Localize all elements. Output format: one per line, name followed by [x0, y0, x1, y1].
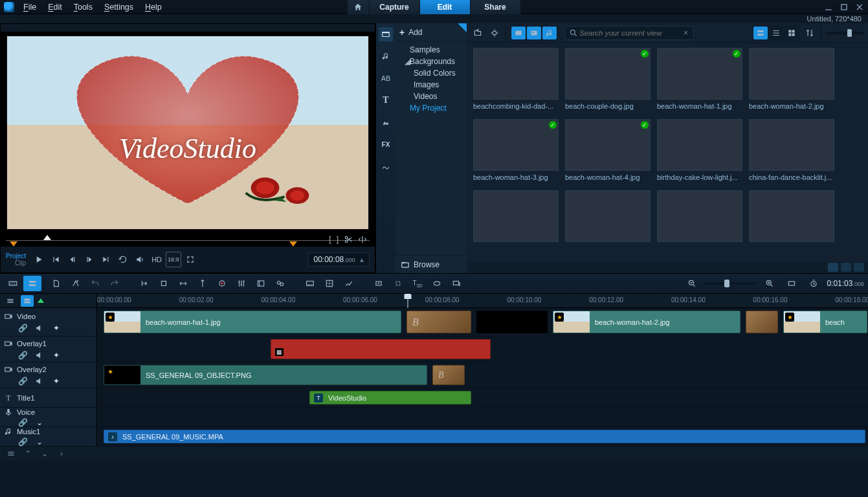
rail-transition-icon[interactable]: AB [379, 71, 393, 85]
tool-pan[interactable] [370, 276, 388, 291]
tree-collapse-icon[interactable] [458, 23, 467, 32]
capture-icon[interactable] [487, 27, 502, 39]
clip-gap[interactable] [476, 311, 548, 333]
tool-multi[interactable] [271, 276, 289, 291]
tool-fx[interactable] [67, 276, 85, 291]
tool-mixer[interactable] [232, 276, 250, 291]
mark-in-icon[interactable]: [ [329, 235, 331, 244]
panel-grip-top[interactable]: :::::: [0, 14, 868, 23]
tree-my-project[interactable]: My Project [395, 102, 467, 114]
mute-icon[interactable] [35, 351, 44, 360]
tool-motion[interactable] [340, 276, 358, 291]
library-item[interactable] [565, 190, 651, 251]
clip-video-1[interactable]: ★ beach-woman-hat-1.jpg [104, 311, 401, 333]
view-list-icon[interactable] [769, 27, 783, 39]
rail-fx-icon[interactable]: FX [379, 137, 393, 151]
library-item[interactable]: ✓beach-couple-dog.jpg [565, 48, 651, 116]
expand-icon[interactable]: ⌄ [35, 418, 44, 427]
search-clear-icon[interactable]: × [682, 28, 689, 38]
tool-crop[interactable] [155, 276, 173, 291]
scissors-icon[interactable] [344, 235, 353, 244]
library-search[interactable]: × [564, 26, 694, 40]
link-icon[interactable]: 🔗 [18, 377, 27, 386]
storyboard-view-icon[interactable] [4, 276, 22, 291]
ruler-opt-2[interactable] [21, 295, 34, 307]
effects-icon[interactable]: ✦ [52, 351, 61, 360]
aspect-button[interactable]: 16:9 [166, 252, 181, 267]
library-item[interactable]: beachcombing-kid-dad-... [473, 48, 559, 116]
scroll-right-icon[interactable]: › [56, 448, 67, 459]
go-start-button[interactable] [48, 252, 63, 267]
tool-1[interactable] [47, 276, 65, 291]
scroll-down-icon[interactable]: ⌄ [39, 448, 50, 459]
browse-button[interactable]: Browse [395, 255, 467, 273]
next-frame-button[interactable] [82, 252, 97, 267]
mute-icon[interactable] [35, 377, 44, 386]
menu-help[interactable]: Help [145, 3, 162, 12]
clip-transition-2[interactable] [746, 311, 778, 333]
zoom-out-icon[interactable] [683, 276, 701, 291]
add-folder-label[interactable]: Add [408, 28, 422, 37]
filter-audio-icon[interactable] [542, 27, 557, 39]
tool-3d-title[interactable]: T3D [408, 276, 427, 291]
clip-overlay1[interactable]: ▦ [271, 339, 491, 359]
clip-overlay2-trans[interactable]: B [432, 365, 465, 385]
timeline-view-icon[interactable] [23, 276, 41, 291]
timeline-ruler[interactable]: 00:00:00.0000:00:02.0000:00:04.0000:00:0… [97, 294, 868, 307]
mode-project[interactable]: Project [6, 252, 26, 260]
tab-edit[interactable]: Edit [420, 0, 471, 14]
footer-btn-2[interactable] [841, 263, 851, 272]
tool-track-motion[interactable] [389, 276, 407, 291]
scroll-up-icon[interactable]: ⌃ [22, 448, 34, 459]
import-icon[interactable] [471, 27, 485, 39]
rail-path-icon[interactable] [379, 159, 393, 173]
tab-capture[interactable]: Capture [370, 0, 420, 14]
tool-trim-in[interactable] [135, 276, 153, 291]
fit-project-icon[interactable] [783, 276, 801, 291]
library-item[interactable]: china-fan-dance-backlit.j... [749, 119, 834, 188]
split-icon[interactable] [358, 235, 367, 244]
link-icon[interactable]: 🔗 [18, 418, 27, 427]
clip-music[interactable]: ♪ SS_GENERAL 09_MUSIC.MPA [104, 430, 865, 443]
menu-edit[interactable]: Edit [48, 3, 62, 12]
link-icon[interactable]: 🔗 [18, 437, 27, 447]
preview-canvas[interactable]: VideoStudio [3, 32, 372, 234]
window-close[interactable] [855, 3, 864, 12]
zoom-slider[interactable] [705, 282, 757, 285]
fullscreen-button[interactable] [183, 252, 198, 267]
tab-share[interactable]: Share [471, 0, 521, 14]
rail-audio-icon[interactable] [379, 49, 393, 63]
tool-chapter[interactable] [252, 276, 270, 291]
add-cue-icon[interactable] [38, 298, 44, 303]
tab-home[interactable] [348, 0, 370, 14]
clip-video-3[interactable]: ★ beach [783, 311, 867, 333]
menu-tools[interactable]: Tools [74, 3, 93, 12]
tree-images[interactable]: Images [395, 79, 467, 91]
tree-solid-colors[interactable]: Solid Colors [395, 67, 467, 79]
view-grid-icon[interactable] [785, 27, 799, 39]
library-item[interactable] [749, 190, 834, 251]
prev-frame-button[interactable] [65, 252, 80, 267]
go-end-button[interactable] [98, 252, 114, 267]
preview-scrubber[interactable]: [ ] [6, 235, 370, 247]
rail-graphic-icon[interactable] [379, 115, 393, 129]
library-item[interactable]: ✓beach-woman-hat-3.jpg [473, 119, 559, 188]
library-item[interactable] [473, 190, 559, 251]
library-item[interactable]: beach-woman-hat-2.jpg [749, 48, 834, 116]
effects-icon[interactable]: ✦ [52, 324, 61, 333]
preview-grip[interactable]: :::::: [1, 24, 375, 32]
view-thumb-icon[interactable] [753, 27, 768, 39]
undo-button[interactable] [86, 276, 104, 291]
footer-btn-3[interactable] [854, 263, 864, 272]
clip-transition-1[interactable]: B [406, 311, 471, 333]
mark-out-icon[interactable]: ] [337, 235, 339, 244]
loop-button[interactable] [115, 252, 131, 267]
clip-video-2[interactable]: ★ beach-woman-hat-2.jpg [553, 311, 740, 333]
menu-file[interactable]: File [23, 3, 36, 12]
volume-button[interactable] [132, 252, 148, 267]
library-item[interactable]: ✓beach-woman-hat-4.jpg [565, 119, 651, 188]
hd-toggle[interactable]: HD [149, 252, 164, 267]
tree-samples[interactable]: Samples [395, 44, 467, 56]
tool-grid[interactable] [320, 276, 339, 291]
library-item[interactable] [657, 190, 742, 251]
